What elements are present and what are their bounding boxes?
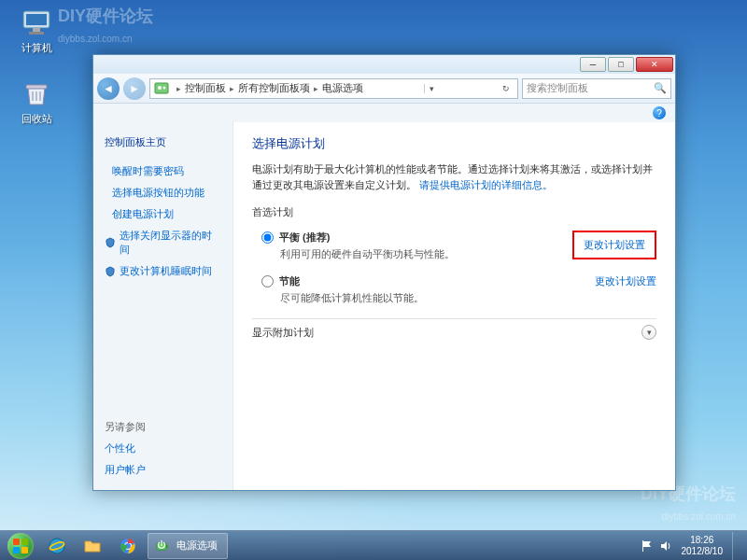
chevron-right-icon: ▸: [176, 84, 181, 93]
plan-radio-balanced[interactable]: 平衡 (推荐): [261, 231, 572, 245]
page-description: 电源计划有助于最大化计算机的性能或者节能。通过选择计划来将其激活，或选择计划并通…: [252, 161, 656, 192]
plan-row-saver: 节能 尽可能降低计算机性能以节能。 更改计划设置: [252, 271, 656, 315]
svg-rect-1: [26, 14, 47, 25]
shield-icon: [105, 266, 116, 277]
maximize-button[interactable]: □: [608, 57, 634, 72]
shield-icon: [105, 237, 116, 248]
breadcrumb-item[interactable]: 所有控制面板项: [238, 81, 310, 95]
sidebar: 控制面板主页 唤醒时需要密码 选择电源按钮的功能 创建电源计划 选择关闭显示器的…: [93, 122, 233, 490]
control-panel-icon: [154, 81, 169, 96]
svg-rect-4: [26, 85, 47, 89]
svg-rect-3: [29, 32, 44, 35]
minimize-button[interactable]: ─: [580, 57, 606, 72]
main-content: 选择电源计划 电源计划有助于最大化计算机的性能或者节能。通过选择计划来将其激活，…: [233, 122, 675, 490]
control-panel-window: ─ □ ✕ ◄ ► ▸ 控制面板 ▸ 所有控制面板项 ▸ 电源选项 ▾ ↻ 搜索…: [92, 54, 676, 491]
start-button[interactable]: [2, 532, 39, 560]
windows-logo-icon: [7, 533, 34, 559]
sidebar-footer-personalize[interactable]: 个性化: [93, 438, 233, 459]
plan-description: 尽可能降低计算机性能以节能。: [280, 291, 595, 305]
change-plan-link-saver[interactable]: 更改计划设置: [595, 274, 656, 288]
svg-rect-2: [33, 28, 40, 32]
sidebar-home-link[interactable]: 控制面板主页: [93, 132, 233, 153]
change-plan-link-balanced[interactable]: 更改计划设置: [572, 231, 656, 259]
svg-rect-9: [21, 539, 28, 545]
preferred-plans-label: 首选计划: [252, 205, 656, 219]
power-options-icon: [154, 538, 171, 554]
watermark: DIY硬件论坛 diybbs.zol.com.cn: [58, 5, 153, 47]
clock[interactable]: 18:26 2012/8/10: [678, 535, 727, 557]
svg-rect-18: [166, 545, 168, 548]
show-more-label: 显示附加计划: [252, 326, 314, 340]
breadcrumb-item[interactable]: 控制面板: [185, 81, 226, 95]
breadcrumb-item[interactable]: 电源选项: [322, 81, 363, 95]
svg-rect-5: [155, 83, 168, 93]
breadcrumb[interactable]: ▸ 控制面板 ▸ 所有控制面板项 ▸ 电源选项 ▾ ↻: [149, 78, 518, 99]
svg-point-7: [163, 86, 166, 89]
help-icon[interactable]: ?: [653, 106, 666, 119]
show-more-row: 显示附加计划 ▾: [252, 318, 656, 340]
tray-volume-icon[interactable]: [659, 539, 672, 553]
search-icon: 🔍: [654, 82, 667, 94]
breadcrumb-dropdown[interactable]: ▾: [424, 84, 439, 93]
refresh-icon[interactable]: ↻: [499, 84, 514, 93]
sidebar-link-password[interactable]: 唤醒时需要密码: [93, 161, 233, 182]
sidebar-link-display[interactable]: 选择关闭显示器的时间: [93, 225, 233, 260]
expand-button[interactable]: ▾: [641, 325, 656, 340]
plan-row-balanced: 平衡 (推荐) 利用可用的硬件自动平衡功耗与性能。 更改计划设置: [252, 227, 656, 271]
taskbar-chrome[interactable]: [110, 533, 146, 559]
desktop-icon-recycle[interactable]: 回收站: [13, 77, 60, 126]
forward-button[interactable]: ►: [123, 77, 146, 100]
chevron-right-icon: ▸: [230, 84, 234, 93]
plan-description: 利用可用的硬件自动平衡功耗与性能。: [280, 247, 572, 261]
taskbar: 电源选项 18:26 2012/8/10: [0, 530, 747, 560]
plan-radio-saver[interactable]: 节能: [261, 274, 595, 288]
svg-rect-10: [13, 547, 20, 553]
title-bar: ─ □ ✕: [93, 55, 675, 74]
tray-flag-icon[interactable]: [641, 539, 654, 553]
nav-bar: ◄ ► ▸ 控制面板 ▸ 所有控制面板项 ▸ 电源选项 ▾ ↻ 搜索控制面板 🔍: [93, 74, 675, 104]
sidebar-footer-accounts[interactable]: 用户帐户: [93, 459, 233, 481]
svg-rect-19: [642, 540, 643, 552]
sidebar-link-createplan[interactable]: 创建电源计划: [93, 203, 233, 225]
desktop-icon-label: 计算机: [13, 41, 60, 55]
taskbar-ie[interactable]: [39, 533, 75, 559]
svg-rect-8: [13, 539, 20, 545]
system-tray: 18:26 2012/8/10: [641, 532, 746, 560]
details-link[interactable]: 请提供电源计划的详细信息。: [419, 179, 553, 190]
chevron-right-icon: ▸: [314, 84, 318, 93]
taskbar-active-task[interactable]: 电源选项: [148, 533, 228, 559]
svg-rect-11: [21, 547, 28, 553]
desktop-icon-computer[interactable]: 计算机: [13, 6, 60, 55]
svg-point-6: [158, 86, 162, 90]
close-button[interactable]: ✕: [636, 57, 673, 72]
show-desktop-button[interactable]: [732, 532, 741, 560]
desktop-icon-label: 回收站: [13, 112, 60, 126]
page-title: 选择电源计划: [252, 135, 656, 152]
taskbar-explorer[interactable]: [75, 533, 110, 559]
sidebar-link-powerbtn[interactable]: 选择电源按钮的功能: [93, 182, 233, 203]
search-input[interactable]: 搜索控制面板 🔍: [522, 78, 671, 99]
back-button[interactable]: ◄: [97, 77, 120, 100]
see-also-label: 另请参阅: [93, 416, 233, 438]
sidebar-link-sleep[interactable]: 更改计算机睡眠时间: [93, 260, 233, 282]
